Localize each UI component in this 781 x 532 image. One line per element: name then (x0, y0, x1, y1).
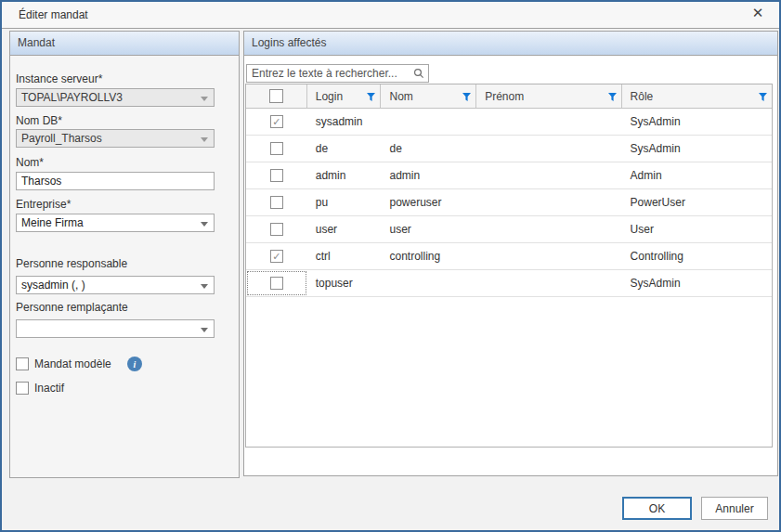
table-row[interactable]: de de SysAdmin (246, 136, 772, 162)
table-row[interactable]: ctrl controlling Controlling (246, 243, 772, 270)
row-checkbox-cell (246, 109, 307, 135)
row-checkbox-cell (246, 243, 307, 269)
nom-cell: poweruser (381, 189, 476, 215)
filter-icon[interactable] (608, 91, 617, 104)
mandat-modele-checkbox[interactable] (16, 357, 29, 370)
row-checkbox[interactable] (270, 115, 283, 128)
dialog-titlebar[interactable]: Éditer mandat (2, 2, 779, 29)
nom-value: Tharsos (21, 175, 61, 188)
search-icon[interactable] (410, 68, 428, 79)
login-cell: admin (307, 162, 382, 188)
personne-responsable-value: sysadmin (, ) (21, 279, 85, 292)
row-checkbox[interactable] (270, 196, 283, 209)
role-cell: User (622, 216, 772, 242)
nom-db-value: Payroll_Tharsos (21, 132, 102, 145)
table-row[interactable]: pu poweruser PowerUser (246, 189, 772, 216)
role-cell: PowerUser (622, 189, 772, 215)
role-cell: SysAdmin (622, 270, 772, 296)
grid-header-row: Login Nom Prénom Rôle (246, 84, 772, 109)
login-cell: de (307, 136, 382, 162)
inactif-checkbox[interactable] (16, 382, 29, 395)
prenom-cell (476, 162, 621, 188)
info-icon[interactable]: i (127, 357, 142, 371)
prenom-cell (476, 109, 621, 135)
role-cell: Controlling (622, 243, 772, 269)
row-checkbox[interactable] (270, 223, 283, 236)
inactif-label: Inactif (34, 382, 64, 395)
role-cell: SysAdmin (622, 109, 772, 135)
inactif-row: Inactif (16, 382, 64, 395)
prenom-cell (476, 189, 621, 215)
entreprise-combo[interactable]: Meine Firma (16, 214, 215, 232)
select-all-header-cell (246, 84, 307, 108)
login-cell: ctrl (307, 243, 382, 269)
nom-db-combo: Payroll_Tharsos (16, 129, 215, 148)
nom-label: Nom* (16, 156, 44, 169)
mandat-modele-label: Mandat modèle (34, 357, 111, 370)
logins-grid: Login Nom Prénom Rôle (245, 84, 773, 448)
chevron-down-icon (201, 284, 208, 289)
instance-serveur-value: TOPAL\PAYROLLV3 (21, 91, 123, 104)
row-checkbox[interactable] (270, 250, 283, 263)
column-header-role[interactable]: Rôle (622, 84, 772, 108)
chevron-down-icon (201, 137, 208, 142)
column-header-login[interactable]: Login (307, 84, 382, 108)
filter-icon[interactable] (367, 91, 375, 104)
nom-db-label: Nom DB* (16, 114, 62, 127)
chevron-down-icon (201, 97, 208, 101)
entreprise-value: Meine Firma (21, 216, 84, 229)
row-checkbox[interactable] (270, 142, 283, 155)
nom-cell: admin (381, 162, 476, 188)
login-cell: user (307, 216, 382, 242)
select-all-checkbox[interactable] (269, 89, 283, 103)
table-row[interactable]: topuser SysAdmin (246, 270, 772, 297)
instance-serveur-combo: TOPAL\PAYROLLV3 (16, 88, 215, 107)
role-cell: Admin (622, 162, 772, 188)
personne-responsable-combo[interactable]: sysadmin (, ) (16, 276, 215, 294)
grid-rows: sysadmin SysAdmin de de SysAdmin admin a… (246, 109, 772, 297)
prenom-cell (476, 136, 621, 162)
row-checkbox-cell (246, 189, 307, 215)
search-input[interactable] (247, 65, 410, 82)
nom-cell: controlling (381, 243, 476, 269)
login-cell: pu (307, 189, 382, 215)
prenom-cell (476, 216, 621, 242)
mandat-panel-header: Mandat (10, 32, 239, 56)
role-cell: SysAdmin (622, 136, 772, 162)
nom-input[interactable]: Tharsos (16, 172, 215, 190)
cancel-button[interactable]: Annuler (701, 497, 768, 520)
row-checkbox-cell (246, 216, 307, 242)
table-row[interactable]: admin admin Admin (246, 162, 772, 189)
ok-button[interactable]: OK (622, 497, 692, 520)
instance-serveur-label: Instance serveur* (16, 72, 102, 85)
logins-panel-header: Logins affectés (244, 32, 777, 56)
nom-cell (381, 109, 476, 135)
column-header-prenom[interactable]: Prénom (476, 84, 621, 108)
column-header-nom[interactable]: Nom (381, 84, 476, 108)
row-checkbox[interactable] (270, 169, 283, 182)
prenom-cell (476, 270, 621, 296)
dialog-title: Éditer mandat (2, 8, 88, 21)
personne-remplacante-label: Personne remplaçante (16, 301, 128, 314)
chevron-down-icon (201, 328, 208, 332)
table-row[interactable]: sysadmin SysAdmin (246, 109, 772, 136)
prenom-cell (476, 243, 621, 269)
logins-panel: Logins affectés Login Nom (243, 31, 778, 476)
filter-icon[interactable] (462, 91, 471, 104)
chevron-down-icon (201, 222, 208, 227)
personne-responsable-label: Personne responsable (16, 257, 127, 270)
mandat-modele-row: Mandat modèle (16, 357, 111, 370)
row-checkbox-cell (246, 162, 307, 188)
filter-icon[interactable] (759, 91, 767, 104)
close-icon[interactable]: ✕ (742, 0, 774, 26)
row-checkbox[interactable] (270, 277, 283, 290)
login-cell: sysadmin (307, 109, 382, 135)
entreprise-label: Entreprise* (16, 198, 71, 211)
personne-remplacante-combo[interactable] (16, 319, 215, 338)
nom-cell: user (381, 216, 476, 242)
nom-cell (381, 270, 476, 296)
row-checkbox-cell (246, 136, 307, 162)
login-cell: topuser (307, 270, 382, 296)
table-row[interactable]: user user User (246, 216, 772, 243)
row-checkbox-cell (246, 270, 307, 296)
